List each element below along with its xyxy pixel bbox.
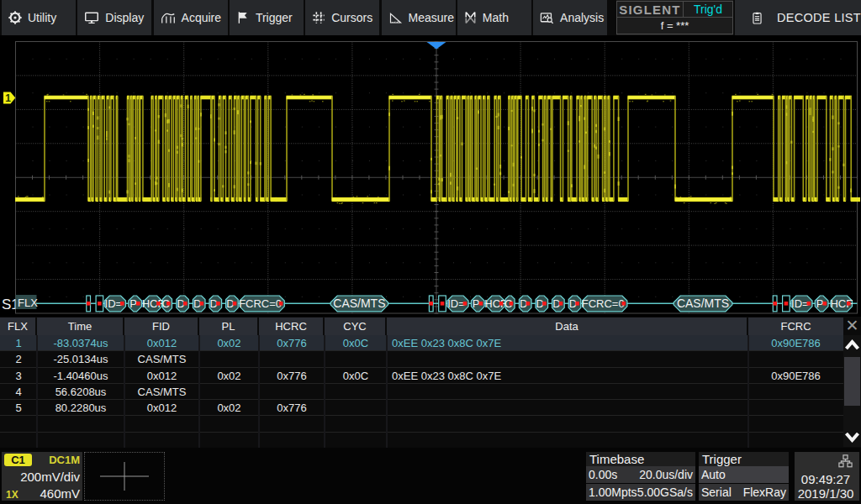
svg-text:P: P bbox=[129, 297, 137, 310]
svg-text:CAS/MTS: CAS/MTS bbox=[333, 297, 385, 310]
svg-text:P: P bbox=[473, 297, 480, 310]
svg-text:FCRC=0: FCRC=0 bbox=[582, 297, 625, 310]
svg-text:ID=: ID= bbox=[105, 297, 123, 310]
svg-text:FLX: FLX bbox=[18, 297, 38, 309]
svg-text:ID=: ID= bbox=[447, 297, 465, 310]
svg-text:FCRC=0: FCRC=0 bbox=[239, 297, 282, 310]
svg-text:P: P bbox=[816, 297, 824, 310]
svg-text:CAS/MTS: CAS/MTS bbox=[677, 297, 729, 310]
svg-text:1: 1 bbox=[5, 92, 11, 104]
svg-text:ID=: ID= bbox=[791, 297, 809, 310]
